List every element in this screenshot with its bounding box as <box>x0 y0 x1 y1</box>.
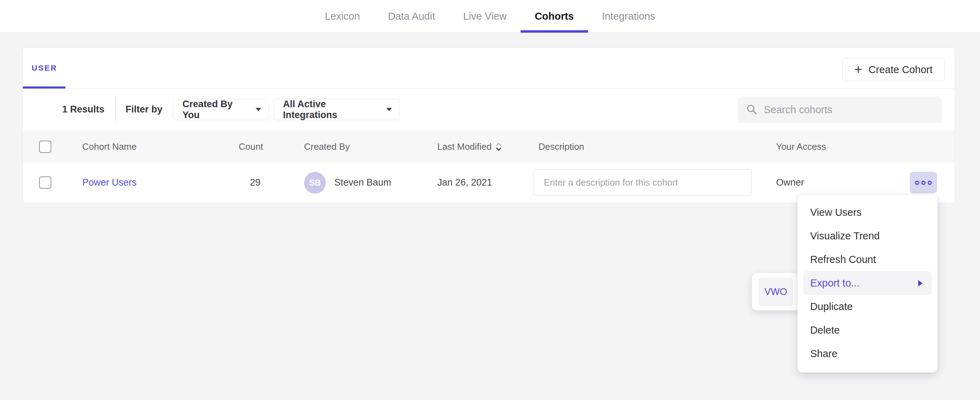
sort-icon[interactable] <box>495 141 502 152</box>
more-dots-icon <box>921 181 926 185</box>
search-icon <box>746 104 757 115</box>
header-last-modified-label: Last Modified <box>437 141 492 152</box>
menu-item-view-users[interactable]: View Users <box>797 201 937 224</box>
more-actions-button[interactable] <box>910 172 937 193</box>
menu-item-duplicate[interactable]: Duplicate <box>797 295 937 319</box>
menu-item-share[interactable]: Share <box>797 342 937 365</box>
filter-bar: 1 Results Filter by Created By You All A… <box>23 89 955 131</box>
menu-item-export-to-label: Export to... <box>810 277 859 289</box>
table-header: Cohort Name Count Created By Last Modifi… <box>23 131 955 163</box>
search-input[interactable] <box>764 104 934 115</box>
created-by-dropdown[interactable]: Created By You <box>173 99 269 120</box>
created-by-cell: SB Steven Baum <box>304 172 437 194</box>
menu-item-refresh-count[interactable]: Refresh Count <box>797 248 937 271</box>
header-last-modified[interactable]: Last Modified <box>437 141 539 152</box>
nav-tab-live-view[interactable]: Live View <box>449 0 521 32</box>
row-checkbox[interactable] <box>39 177 51 189</box>
card-tabstrip: USER + Create Cohort <box>23 48 955 89</box>
export-submenu: VWO <box>752 273 800 310</box>
your-access-value: Owner <box>776 177 910 188</box>
nav-tab-cohorts[interactable]: Cohorts <box>520 0 588 32</box>
cohorts-card: USER + Create Cohort 1 Results Filter by… <box>22 48 955 202</box>
nav-tab-lexicon[interactable]: Lexicon <box>311 0 374 32</box>
create-cohort-label: Create Cohort <box>869 64 932 76</box>
menu-item-export-to[interactable]: Export to... <box>803 271 932 295</box>
header-count: Count <box>239 141 304 152</box>
export-vwo-button[interactable]: VWO <box>759 277 793 306</box>
menu-item-visualize-trend[interactable]: Visualize Trend <box>797 224 937 248</box>
top-navigation: Lexicon Data Audit Live View Cohorts Int… <box>0 0 980 33</box>
created-by-dropdown-value: Created By You <box>183 99 251 121</box>
submenu-arrow-icon <box>918 280 923 287</box>
created-by-name: Steven Baum <box>334 177 391 188</box>
plus-icon: + <box>854 62 862 76</box>
header-cohort-name: Cohort Name <box>82 141 239 152</box>
integrations-dropdown-value: All Active Integrations <box>283 99 381 121</box>
tab-user[interactable]: USER <box>23 48 57 88</box>
nav-tab-integrations[interactable]: Integrations <box>588 0 670 32</box>
divider <box>115 98 116 122</box>
cohort-name-link[interactable]: Power Users <box>82 177 137 188</box>
filter-by-label: Filter by <box>126 104 162 115</box>
chevron-down-icon <box>386 108 392 111</box>
more-dots-icon <box>915 181 919 185</box>
header-your-access: Your Access <box>776 141 910 152</box>
description-input[interactable] <box>534 169 751 196</box>
row-context-menu: View Users Visualize Trend Refresh Count… <box>797 195 937 373</box>
chevron-down-icon <box>256 108 261 111</box>
integrations-dropdown[interactable]: All Active Integrations <box>274 99 399 120</box>
select-all-checkbox[interactable] <box>39 140 51 153</box>
menu-item-delete[interactable]: Delete <box>797 319 937 342</box>
header-description: Description <box>539 141 776 152</box>
search-box[interactable] <box>738 96 942 123</box>
create-cohort-button[interactable]: + Create Cohort <box>842 58 945 81</box>
nav-tab-data-audit[interactable]: Data Audit <box>374 0 449 32</box>
avatar: SB <box>304 172 326 194</box>
last-modified-value: Jan 26, 2021 <box>437 177 539 188</box>
results-count: 1 Results <box>62 104 104 115</box>
cohort-count: 29 <box>239 177 304 188</box>
header-created-by: Created By <box>304 141 437 152</box>
more-dots-icon <box>928 181 932 185</box>
